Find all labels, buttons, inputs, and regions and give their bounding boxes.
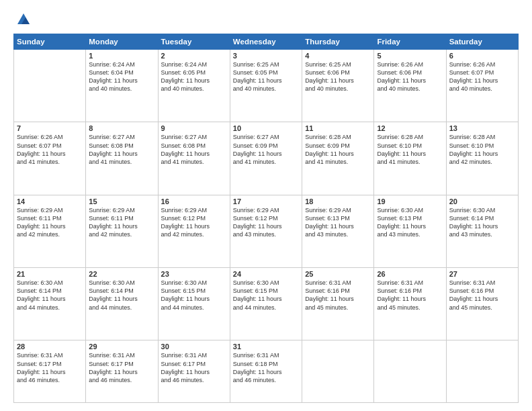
day-number: 29	[89, 342, 154, 351]
calendar-week-row: 7Sunrise: 6:26 AM Sunset: 6:07 PM Daylig…	[14, 122, 519, 195]
calendar-cell: 22Sunrise: 6:30 AM Sunset: 6:14 PM Dayli…	[86, 268, 158, 340]
calendar-cell: 25Sunrise: 6:31 AM Sunset: 6:16 PM Dayli…	[302, 268, 374, 340]
day-info: Sunrise: 6:30 AM Sunset: 6:15 PM Dayligh…	[233, 279, 299, 312]
calendar-week-row: 21Sunrise: 6:30 AM Sunset: 6:14 PM Dayli…	[14, 268, 519, 340]
calendar-cell: 10Sunrise: 6:27 AM Sunset: 6:09 PM Dayli…	[230, 122, 302, 195]
calendar-header-row: SundayMondayTuesdayWednesdayThursdayFrid…	[14, 34, 519, 50]
calendar-cell: 12Sunrise: 6:28 AM Sunset: 6:10 PM Dayli…	[374, 122, 446, 195]
day-info: Sunrise: 6:29 AM Sunset: 6:11 PM Dayligh…	[17, 206, 83, 239]
calendar-cell: 21Sunrise: 6:30 AM Sunset: 6:14 PM Dayli…	[14, 268, 86, 340]
day-number: 11	[305, 124, 371, 132]
day-info: Sunrise: 6:31 AM Sunset: 6:17 PM Dayligh…	[89, 351, 154, 384]
day-info: Sunrise: 6:24 AM Sunset: 6:05 PM Dayligh…	[161, 60, 227, 93]
calendar-week-row: 14Sunrise: 6:29 AM Sunset: 6:11 PM Dayli…	[14, 195, 519, 267]
calendar-cell: 9Sunrise: 6:27 AM Sunset: 6:08 PM Daylig…	[158, 122, 230, 195]
day-number: 31	[233, 342, 299, 351]
day-number: 23	[161, 270, 227, 278]
calendar-cell: 6Sunrise: 6:26 AM Sunset: 6:07 PM Daylig…	[446, 50, 518, 122]
calendar-cell: 7Sunrise: 6:26 AM Sunset: 6:07 PM Daylig…	[14, 122, 86, 195]
calendar-cell: 14Sunrise: 6:29 AM Sunset: 6:11 PM Dayli…	[14, 195, 86, 267]
day-number: 15	[89, 197, 154, 205]
day-number: 22	[89, 270, 154, 278]
day-number: 30	[161, 342, 227, 351]
calendar-cell: 20Sunrise: 6:30 AM Sunset: 6:14 PM Dayli…	[446, 195, 518, 267]
day-number: 26	[377, 270, 443, 278]
calendar-cell: 15Sunrise: 6:29 AM Sunset: 6:11 PM Dayli…	[86, 195, 158, 267]
calendar-cell: 2Sunrise: 6:24 AM Sunset: 6:05 PM Daylig…	[158, 50, 230, 122]
calendar-cell	[374, 340, 446, 403]
day-info: Sunrise: 6:30 AM Sunset: 6:15 PM Dayligh…	[161, 279, 227, 312]
day-number: 13	[449, 124, 515, 132]
calendar-cell: 23Sunrise: 6:30 AM Sunset: 6:15 PM Dayli…	[158, 268, 230, 340]
day-number: 20	[449, 197, 515, 205]
day-info: Sunrise: 6:30 AM Sunset: 6:13 PM Dayligh…	[377, 206, 443, 239]
day-number: 18	[305, 197, 371, 205]
weekday-header-tuesday: Tuesday	[158, 34, 230, 50]
day-info: Sunrise: 6:24 AM Sunset: 6:04 PM Dayligh…	[89, 60, 154, 93]
calendar-cell: 4Sunrise: 6:25 AM Sunset: 6:06 PM Daylig…	[302, 50, 374, 122]
day-info: Sunrise: 6:27 AM Sunset: 6:08 PM Dayligh…	[161, 133, 227, 166]
day-info: Sunrise: 6:31 AM Sunset: 6:17 PM Dayligh…	[161, 351, 227, 384]
calendar-table: SundayMondayTuesdayWednesdayThursdayFrid…	[13, 34, 519, 403]
day-info: Sunrise: 6:31 AM Sunset: 6:18 PM Dayligh…	[233, 351, 299, 384]
weekday-header-monday: Monday	[86, 34, 158, 50]
day-number: 5	[377, 52, 443, 60]
calendar-cell	[14, 50, 86, 122]
day-info: Sunrise: 6:29 AM Sunset: 6:12 PM Dayligh…	[233, 206, 299, 239]
day-number: 14	[17, 197, 83, 205]
day-info: Sunrise: 6:30 AM Sunset: 6:14 PM Dayligh…	[449, 206, 515, 239]
day-info: Sunrise: 6:27 AM Sunset: 6:08 PM Dayligh…	[89, 133, 154, 166]
weekday-header-wednesday: Wednesday	[230, 34, 302, 50]
day-number: 8	[89, 124, 154, 132]
day-number: 7	[17, 124, 83, 132]
calendar-cell: 3Sunrise: 6:25 AM Sunset: 6:05 PM Daylig…	[230, 50, 302, 122]
weekday-header-thursday: Thursday	[302, 34, 374, 50]
day-info: Sunrise: 6:31 AM Sunset: 6:16 PM Dayligh…	[305, 279, 371, 312]
day-info: Sunrise: 6:26 AM Sunset: 6:06 PM Dayligh…	[377, 60, 443, 93]
day-info: Sunrise: 6:26 AM Sunset: 6:07 PM Dayligh…	[17, 133, 83, 166]
day-info: Sunrise: 6:28 AM Sunset: 6:10 PM Dayligh…	[449, 133, 515, 166]
weekday-header-sunday: Sunday	[14, 34, 86, 50]
day-info: Sunrise: 6:31 AM Sunset: 6:16 PM Dayligh…	[377, 279, 443, 312]
header	[13, 12, 519, 27]
day-info: Sunrise: 6:28 AM Sunset: 6:10 PM Dayligh…	[377, 133, 443, 166]
day-number: 17	[233, 197, 299, 205]
day-number: 16	[161, 197, 227, 205]
calendar-cell: 26Sunrise: 6:31 AM Sunset: 6:16 PM Dayli…	[374, 268, 446, 340]
calendar-cell: 27Sunrise: 6:31 AM Sunset: 6:16 PM Dayli…	[446, 268, 518, 340]
calendar-cell: 28Sunrise: 6:31 AM Sunset: 6:17 PM Dayli…	[14, 340, 86, 403]
day-info: Sunrise: 6:26 AM Sunset: 6:07 PM Dayligh…	[449, 60, 515, 93]
day-number: 1	[89, 52, 154, 60]
calendar-cell	[446, 340, 518, 403]
day-number: 2	[161, 52, 227, 60]
day-number: 4	[305, 52, 371, 60]
calendar-cell: 17Sunrise: 6:29 AM Sunset: 6:12 PM Dayli…	[230, 195, 302, 267]
calendar-cell	[302, 340, 374, 403]
day-number: 10	[233, 124, 299, 132]
calendar-cell: 8Sunrise: 6:27 AM Sunset: 6:08 PM Daylig…	[86, 122, 158, 195]
day-number: 19	[377, 197, 443, 205]
day-number: 9	[161, 124, 227, 132]
day-number: 3	[233, 52, 299, 60]
calendar-cell: 5Sunrise: 6:26 AM Sunset: 6:06 PM Daylig…	[374, 50, 446, 122]
page: SundayMondayTuesdayWednesdayThursdayFrid…	[0, 0, 532, 411]
day-info: Sunrise: 6:29 AM Sunset: 6:11 PM Dayligh…	[89, 206, 154, 239]
day-info: Sunrise: 6:28 AM Sunset: 6:09 PM Dayligh…	[305, 133, 371, 166]
calendar-cell: 11Sunrise: 6:28 AM Sunset: 6:09 PM Dayli…	[302, 122, 374, 195]
day-info: Sunrise: 6:31 AM Sunset: 6:17 PM Dayligh…	[17, 351, 83, 384]
weekday-header-friday: Friday	[374, 34, 446, 50]
day-number: 12	[377, 124, 443, 132]
weekday-header-saturday: Saturday	[446, 34, 518, 50]
day-number: 28	[17, 342, 83, 351]
calendar-cell: 19Sunrise: 6:30 AM Sunset: 6:13 PM Dayli…	[374, 195, 446, 267]
calendar-cell: 31Sunrise: 6:31 AM Sunset: 6:18 PM Dayli…	[230, 340, 302, 403]
day-info: Sunrise: 6:29 AM Sunset: 6:12 PM Dayligh…	[161, 206, 227, 239]
day-info: Sunrise: 6:29 AM Sunset: 6:13 PM Dayligh…	[305, 206, 371, 239]
day-info: Sunrise: 6:30 AM Sunset: 6:14 PM Dayligh…	[17, 279, 83, 312]
calendar-cell: 18Sunrise: 6:29 AM Sunset: 6:13 PM Dayli…	[302, 195, 374, 267]
calendar-cell: 24Sunrise: 6:30 AM Sunset: 6:15 PM Dayli…	[230, 268, 302, 340]
calendar-cell: 29Sunrise: 6:31 AM Sunset: 6:17 PM Dayli…	[86, 340, 158, 403]
calendar-cell: 30Sunrise: 6:31 AM Sunset: 6:17 PM Dayli…	[158, 340, 230, 403]
calendar-cell: 16Sunrise: 6:29 AM Sunset: 6:12 PM Dayli…	[158, 195, 230, 267]
day-info: Sunrise: 6:27 AM Sunset: 6:09 PM Dayligh…	[233, 133, 299, 166]
